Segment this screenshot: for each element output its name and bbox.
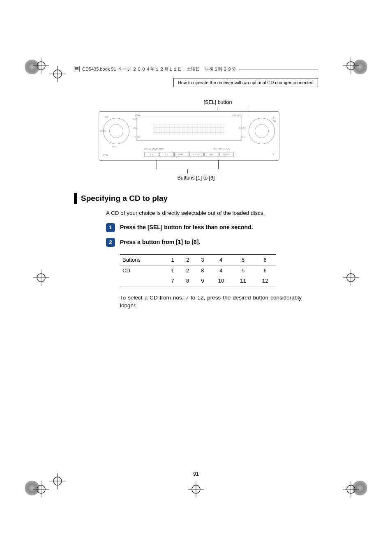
- preset-button: 3: [174, 152, 189, 157]
- table-cell: 4: [210, 254, 232, 265]
- fm-label: FM AM: [134, 136, 140, 138]
- preset-button: 2 ∧: [159, 152, 174, 157]
- table-cell: [120, 276, 165, 286]
- table-cell: 5: [232, 254, 254, 265]
- page-number: 91: [74, 471, 318, 477]
- crop-mark-icon: [343, 58, 359, 74]
- mute-label: MUTE: [100, 130, 106, 132]
- sound-label: SOUND: [239, 127, 246, 129]
- callout-sel-button: [SEL] button: [201, 99, 234, 105]
- left-dial-icon: [103, 118, 129, 144]
- step-text: Press the [SEL] button for less than one…: [120, 223, 253, 230]
- callout-line: [248, 107, 248, 116]
- page-header: CD5435.book 91 ページ ２００４年１２月１１日 土曜日 午後５時２…: [74, 66, 318, 72]
- table-cell: 10: [210, 276, 232, 286]
- hdradio-label: HD Radio SIRIUS: [213, 147, 230, 150]
- table-cell: 1: [165, 265, 180, 276]
- table-row: 7 8 9 10 11 12: [120, 276, 276, 286]
- table-cell: CD: [120, 265, 165, 276]
- table-cell: 2: [180, 265, 195, 276]
- section-title-text: Specifying a CD to play: [81, 194, 168, 203]
- table-cell: 9: [195, 276, 210, 286]
- vol-label: VOL: [112, 145, 116, 148]
- callout-buttons-1-6: Buttons [1] to [6]: [74, 175, 318, 181]
- section-title: Specifying a CD to play: [74, 193, 318, 204]
- preset-button: 4 SCAN: [189, 152, 204, 157]
- section-header-box: How to operate the receiver with an opti…: [173, 78, 318, 87]
- crop-mark-icon: [343, 269, 359, 286]
- preset-button: 1 ∨: [144, 152, 159, 157]
- disc-label: DISC: [133, 127, 138, 129]
- display-segments: [153, 124, 225, 134]
- device-illustration: ESN CD 5435 CD VOL MUTE DISC FM AM AUX P…: [99, 111, 279, 161]
- step-number-badge: 1: [106, 223, 115, 232]
- crop-mark-icon: [33, 269, 49, 286]
- table-cell: 3: [195, 265, 210, 276]
- crop-mark-icon: [33, 58, 49, 74]
- table-cell: 4: [210, 265, 232, 276]
- table-cell: Buttons: [120, 254, 165, 265]
- intro-text: A CD of your choice is directly selectab…: [106, 210, 318, 217]
- callout-line: [187, 169, 188, 173]
- right-dial-icon: [249, 118, 275, 144]
- aux-label: AUX: [133, 118, 137, 120]
- table-cell: 3: [195, 254, 210, 265]
- step-number-badge: 2: [106, 238, 115, 247]
- arrow-down-icon: ∨: [272, 152, 275, 156]
- crop-mark-icon: [49, 473, 66, 489]
- crop-mark-icon: [343, 481, 359, 497]
- table-cell: 12: [254, 276, 276, 286]
- table-cell: 8: [180, 276, 195, 286]
- preset-button: 5 RPT: [204, 152, 219, 157]
- pwr-label: PWR: [103, 154, 108, 156]
- table-row: CD 1 2 3 4 5 6: [120, 265, 276, 276]
- page-header-text: CD5435.book 91 ページ ２００４年１２月１１日 土曜日 午後５時２…: [82, 66, 236, 72]
- sel-label: SEL: [273, 120, 277, 122]
- crop-mark-icon: [33, 481, 49, 497]
- table-cell: 2: [180, 254, 195, 265]
- table-cell: 7: [165, 276, 180, 286]
- callout-line: [217, 107, 217, 111]
- table-row: Buttons 1 2 3 4 5 6: [120, 254, 276, 265]
- step-text: Press a button from [1] to [6].: [120, 238, 200, 245]
- callout-line: [157, 160, 157, 169]
- table-cell: 6: [254, 254, 276, 265]
- button-cd-table: Buttons 1 2 3 4 5 6 CD 1 2 3 4 5 6 7 8 9…: [120, 254, 276, 286]
- table-cell: 6: [254, 265, 276, 276]
- cd-label: CD: [105, 116, 108, 118]
- callout-line: [218, 160, 219, 169]
- display-area: [136, 117, 242, 140]
- table-cell: 1: [165, 254, 180, 265]
- section-header-container: How to operate the receiver with an opti…: [74, 78, 318, 87]
- note-text: To select a CD from nos. 7 to 12, press …: [120, 294, 302, 310]
- section-title-bar: [74, 193, 77, 204]
- header-rule: [239, 69, 318, 69]
- arrow-up-icon: ∧: [272, 116, 275, 120]
- crop-mark-icon: [188, 481, 204, 497]
- preset-button: 6 RAND: [219, 152, 234, 157]
- book-icon: [74, 66, 80, 72]
- table-cell: 11: [232, 276, 254, 286]
- step-1: 1 Press the [SEL] button for less than o…: [106, 223, 318, 232]
- button-row: 1 ∨ 2 ∧ 3 4 SCAN 5 RPT 6 RAND: [144, 152, 234, 157]
- disp-label: DISP: [241, 136, 246, 138]
- wma-label: HI-BIT WMA MP3: [144, 147, 164, 150]
- step-2: 2 Press a button from [1] to [6].: [106, 238, 318, 247]
- table-cell: 5: [232, 265, 254, 276]
- crop-mark-icon: [49, 66, 66, 82]
